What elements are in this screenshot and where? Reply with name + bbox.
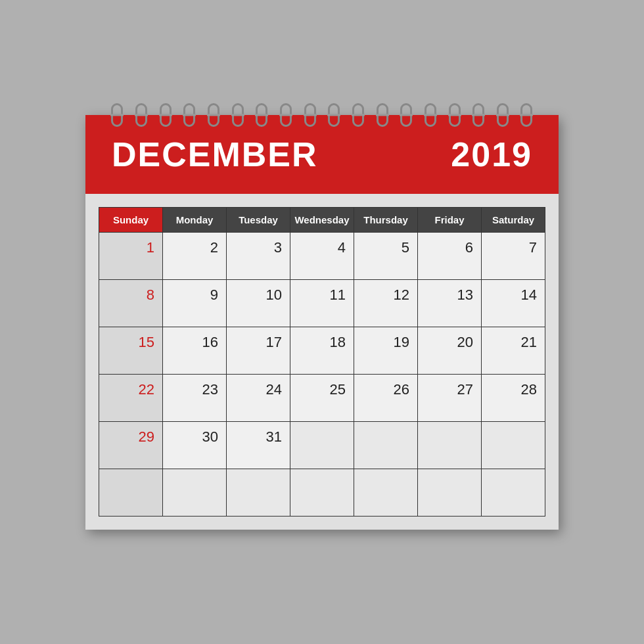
calendar-day-cell[interactable] (418, 421, 482, 469)
calendar-day-cell[interactable]: 26 (354, 374, 418, 421)
calendar-day-cell[interactable]: 5 (354, 232, 418, 279)
calendar-day-cell[interactable]: 31 (227, 421, 290, 469)
spiral-coil (400, 103, 412, 127)
calendar-day-cell[interactable] (163, 469, 227, 516)
calendar-day-cell[interactable]: 29 (99, 421, 163, 469)
spiral-coil (232, 103, 244, 127)
calendar-day-cell[interactable]: 13 (418, 279, 482, 327)
calendar: DECEMBER 2019 Sunday Monday Tuesday Wedn… (85, 115, 559, 530)
spiral-coil (472, 103, 484, 127)
spiral-coil (352, 103, 364, 127)
wednesday-header: Wednesday (290, 207, 354, 232)
calendar-day-cell[interactable]: 12 (354, 279, 418, 327)
calendar-day-cell[interactable]: 2 (163, 232, 227, 279)
calendar-day-cell[interactable]: 10 (227, 279, 290, 327)
calendar-day-cell[interactable]: 24 (227, 374, 290, 421)
spiral-coil (280, 103, 292, 127)
calendar-day-cell[interactable]: 20 (418, 327, 482, 374)
calendar-day-cell[interactable] (482, 469, 545, 516)
calendar-day-cell[interactable]: 25 (290, 374, 354, 421)
calendar-week-row: 1234567 (99, 232, 545, 279)
spiral-coil (111, 103, 123, 127)
calendar-week-row: 15161718192021 (99, 327, 545, 374)
calendar-day-cell[interactable]: 14 (482, 279, 545, 327)
calendar-body: Sunday Monday Tuesday Wednesday Thursday… (85, 194, 559, 530)
calendar-day-cell[interactable] (354, 469, 418, 516)
spiral-coil (256, 103, 267, 127)
calendar-day-cell[interactable] (99, 469, 163, 516)
spiral-coil (497, 103, 509, 127)
calendar-week-row (99, 469, 545, 516)
calendar-day-cell[interactable]: 9 (163, 279, 227, 327)
calendar-day-cell[interactable]: 18 (290, 327, 354, 374)
tuesday-header: Tuesday (227, 207, 290, 232)
calendar-day-cell[interactable]: 3 (227, 232, 290, 279)
monday-header: Monday (163, 207, 227, 232)
spiral-coil (135, 103, 147, 127)
spiral-coil (208, 103, 219, 127)
calendar-day-cell[interactable] (354, 421, 418, 469)
spiral-coil (520, 103, 532, 127)
spiral-coil (160, 103, 172, 127)
friday-header: Friday (418, 207, 482, 232)
calendar-week-row: 293031 (99, 421, 545, 469)
calendar-week-row: 891011121314 (99, 279, 545, 327)
sunday-header: Sunday (99, 207, 163, 232)
calendar-day-cell[interactable]: 4 (290, 232, 354, 279)
calendar-day-cell[interactable] (290, 469, 354, 516)
calendar-day-cell[interactable]: 11 (290, 279, 354, 327)
year-label: 2019 (451, 135, 532, 174)
calendar-week-row: 22232425262728 (99, 374, 545, 421)
calendar-day-cell[interactable] (418, 469, 482, 516)
spiral-coil (425, 103, 436, 127)
calendar-day-cell[interactable]: 16 (163, 327, 227, 374)
calendar-day-cell[interactable]: 27 (418, 374, 482, 421)
calendar-day-cell[interactable]: 15 (99, 327, 163, 374)
calendar-day-cell[interactable]: 22 (99, 374, 163, 421)
calendar-day-cell[interactable]: 7 (482, 232, 545, 279)
calendar-day-cell[interactable]: 1 (99, 232, 163, 279)
calendar-day-cell[interactable]: 21 (482, 327, 545, 374)
spiral-coil (377, 103, 388, 127)
calendar-table: Sunday Monday Tuesday Wednesday Thursday… (99, 207, 545, 517)
calendar-day-cell[interactable] (290, 421, 354, 469)
calendar-day-cell[interactable]: 8 (99, 279, 163, 327)
calendar-day-cell[interactable]: 23 (163, 374, 227, 421)
calendar-header: DECEMBER 2019 (85, 115, 559, 194)
calendar-day-cell[interactable]: 19 (354, 327, 418, 374)
spiral-coil (183, 103, 195, 127)
thursday-header: Thursday (354, 207, 418, 232)
saturday-header: Saturday (482, 207, 545, 232)
spiral-binding (85, 103, 559, 127)
weekday-header-row: Sunday Monday Tuesday Wednesday Thursday… (99, 207, 545, 232)
calendar-day-cell[interactable]: 17 (227, 327, 290, 374)
calendar-day-cell[interactable] (482, 421, 545, 469)
month-label: DECEMBER (112, 135, 318, 174)
calendar-day-cell[interactable]: 30 (163, 421, 227, 469)
spiral-coil (328, 103, 340, 127)
calendar-day-cell[interactable] (227, 469, 290, 516)
calendar-day-cell[interactable]: 28 (482, 374, 545, 421)
spiral-coil (304, 103, 316, 127)
calendar-day-cell[interactable]: 6 (418, 232, 482, 279)
spiral-coil (449, 103, 461, 127)
